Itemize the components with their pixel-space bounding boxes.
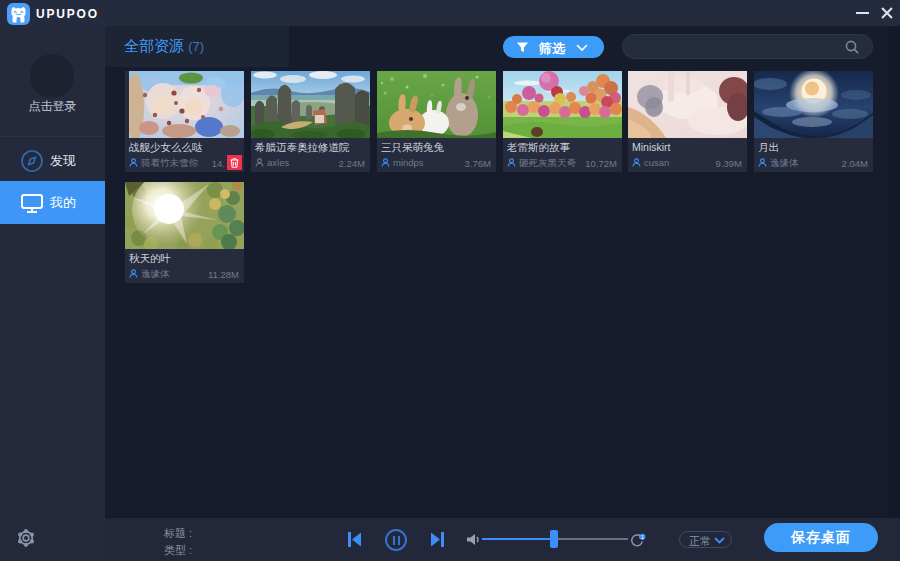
svg-text:1: 1 — [641, 534, 644, 540]
